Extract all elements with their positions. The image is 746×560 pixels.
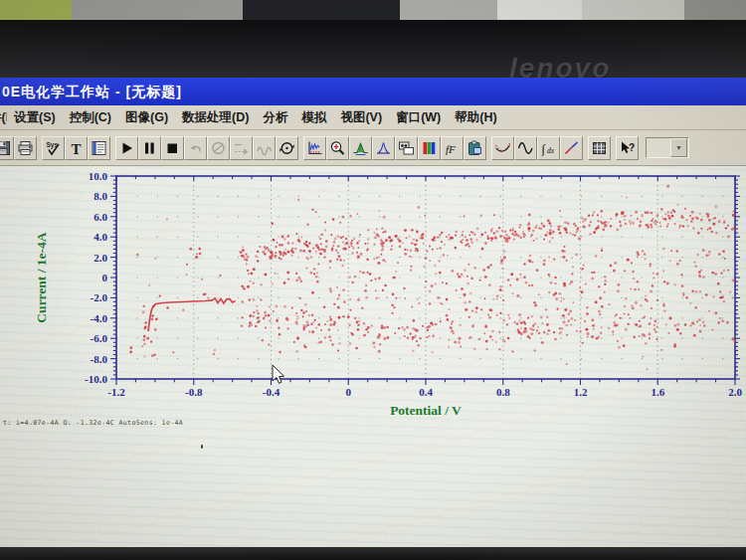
hold-button	[207, 136, 230, 160]
wall-green-patch	[0, 0, 72, 20]
context-help-button[interactable]: ?	[616, 136, 639, 160]
data-listing-button[interactable]	[588, 136, 611, 160]
run-icon	[118, 140, 135, 156]
window-titlebar[interactable]: 0E电化学工作站 - [无标题]	[0, 78, 746, 105]
system-check-button[interactable]: Sys	[42, 136, 65, 160]
wall-light	[582, 0, 684, 20]
menu-item-0[interactable]: 设置(S)	[7, 106, 63, 129]
save-icon	[0, 140, 11, 156]
svg-text:-6.0: -6.0	[91, 332, 108, 344]
rotate-icon	[279, 140, 295, 156]
menu-item-3[interactable]: 数据处理(D)	[175, 106, 256, 129]
svg-text:2.0: 2.0	[93, 252, 107, 264]
svg-text:?: ?	[629, 142, 635, 153]
copy-to-clipboard-button[interactable]	[464, 136, 486, 160]
zoom-icon	[329, 140, 346, 156]
svg-text:-8.0: -8.0	[91, 353, 108, 365]
step-button	[230, 136, 253, 160]
menu-item-7[interactable]: 窗口(W)	[389, 106, 448, 129]
derivative-icon	[517, 140, 534, 156]
svg-text:∫: ∫	[541, 141, 547, 156]
pause-experiment-button[interactable]	[138, 136, 161, 160]
menu-item-4[interactable]: 分析	[256, 106, 294, 129]
mouse-cursor	[273, 365, 284, 383]
menu-item-2[interactable]: 图像(G)	[118, 106, 175, 129]
present-data-plot-button[interactable]	[303, 136, 326, 160]
svg-text:-0.8: -0.8	[185, 386, 203, 398]
reverse-scan-button	[184, 136, 207, 160]
cell-control-button	[253, 136, 276, 160]
integration-button[interactable]	[372, 136, 395, 160]
run-experiment-button[interactable]	[115, 136, 138, 160]
color-settings-button[interactable]	[418, 136, 441, 160]
wall-gray-2	[400, 0, 497, 20]
wall-gray-3	[684, 0, 746, 20]
toolbar-group-2	[115, 136, 298, 160]
svg-text:8.0: 8.0	[93, 190, 107, 202]
menu-item-5[interactable]: 模拟	[294, 106, 333, 129]
font-settings-button[interactable]: fF	[441, 136, 464, 160]
smoothing-button[interactable]	[491, 136, 514, 160]
data-table-icon	[591, 140, 608, 156]
linear-fit-button[interactable]	[560, 136, 583, 160]
report-icon	[91, 140, 107, 156]
menu-item-clipped[interactable]: 件(F)	[0, 109, 7, 126]
menu-item-1[interactable]: 控制(C)	[63, 106, 118, 129]
svg-text:1.2: 1.2	[574, 386, 588, 398]
toolbar-group-1: SysT	[42, 136, 110, 160]
data-plot-icon	[306, 140, 323, 156]
svg-text:10.0: 10.0	[89, 170, 108, 182]
toolbar-group-5	[588, 136, 611, 160]
pause-icon	[141, 140, 158, 156]
overlay-icon	[398, 140, 415, 156]
peak-analysis-button[interactable]	[349, 136, 372, 160]
status-line: t: i=4.07e-4A Q: -1.32e-4C AutoSens: 1e-…	[3, 419, 183, 427]
toolbar: SysTfF∫dx?▼	[0, 130, 746, 166]
rotate-electrode-button[interactable]	[276, 136, 298, 160]
svg-text:0.4: 0.4	[419, 386, 433, 398]
font-icon: fF	[444, 140, 461, 156]
chart-svg: -1.2-0.8-0.400.40.81.21.62.010.08.06.04.…	[0, 166, 746, 455]
print-button[interactable]	[14, 136, 37, 160]
svg-text:0.8: 0.8	[496, 386, 510, 398]
print-icon	[17, 140, 34, 156]
chevron-down-icon[interactable]: ▼	[670, 138, 687, 157]
menu-item-6[interactable]: 视图(V)	[333, 106, 389, 129]
derivative-button[interactable]	[514, 136, 537, 160]
screen: 0E电化学工作站 - [无标题] 件(F) 设置(S)控制(C)图像(G)数据处…	[0, 78, 746, 547]
stop-experiment-button[interactable]	[161, 136, 184, 160]
svg-text:-4.0: -4.0	[91, 312, 108, 324]
toolbar-group-4: ∫dx	[491, 136, 583, 160]
zoom-button[interactable]	[326, 136, 349, 160]
menu-item-8[interactable]: 帮助(H)	[448, 106, 503, 129]
sensitivity-dropdown[interactable]: ▼	[646, 137, 689, 158]
svg-text:Potential / V: Potential / V	[390, 403, 462, 418]
integral-icon: ∫dx	[540, 140, 557, 156]
svg-text:-2.0: -2.0	[91, 291, 108, 303]
monitor-bezel-top: lenovo	[0, 20, 746, 78]
svg-text:2.0: 2.0	[728, 386, 742, 398]
colors-icon	[421, 140, 438, 156]
save-button[interactable]	[0, 136, 14, 160]
text-label-button[interactable]: T	[65, 136, 88, 160]
svg-text:Current / 1e-4A: Current / 1e-4A	[34, 232, 49, 322]
svg-text:-0.4: -0.4	[263, 386, 280, 398]
linear-fit-icon	[563, 140, 580, 156]
smooth-icon	[494, 140, 511, 156]
peak-green-icon	[352, 140, 369, 156]
integral-button[interactable]: ∫dx	[537, 136, 560, 160]
overlay-plots-button[interactable]	[395, 136, 418, 160]
wall-gray	[72, 0, 243, 20]
background-monitor	[243, 0, 400, 20]
monitor-bezel-bottom	[0, 547, 746, 560]
text-icon: T	[68, 140, 85, 156]
svg-text:0: 0	[102, 272, 108, 283]
plot-client-area: -1.2-0.8-0.400.40.81.21.62.010.08.06.04.…	[0, 166, 746, 548]
stop-icon	[164, 140, 181, 156]
wall-bright-patch	[497, 0, 582, 20]
report-button[interactable]	[88, 136, 110, 160]
toolbar-group-6: ?	[616, 136, 639, 160]
svg-text:1.6: 1.6	[651, 386, 664, 398]
svg-text:6.0: 6.0	[93, 211, 107, 223]
peak-blue-icon	[375, 140, 392, 156]
